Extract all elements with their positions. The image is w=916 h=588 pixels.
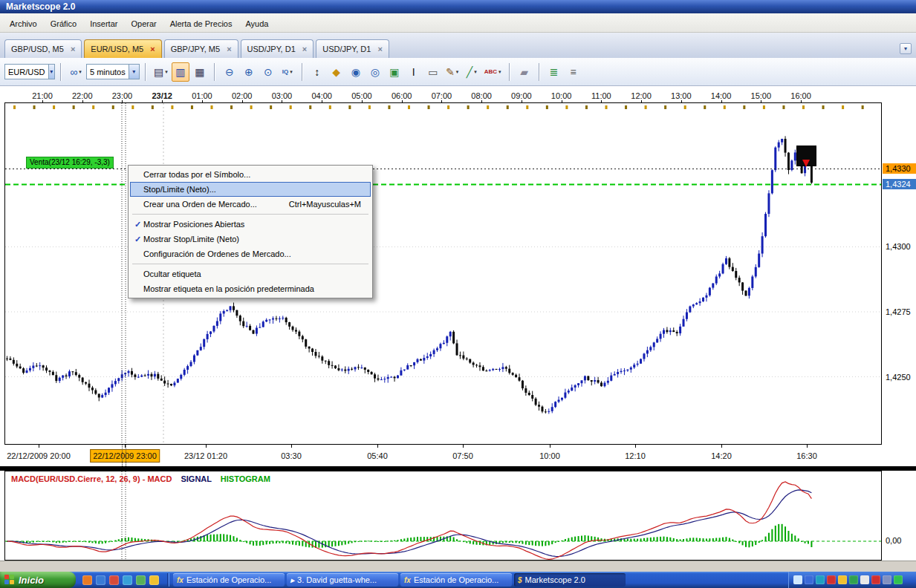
- timeframe-combo-value: 5 minutos: [87, 68, 129, 76]
- tab-close-icon[interactable]: ×: [302, 45, 307, 53]
- taskbar-task-estacion-de-operacio[interactable]: fxEstación de Operacio...: [173, 573, 285, 587]
- tray-icon-6[interactable]: [849, 575, 858, 584]
- time-tick-label: 15:00: [751, 91, 772, 100]
- link-tool-button[interactable]: ∞▾: [67, 62, 85, 82]
- table-view-button[interactable]: ▦: [191, 62, 209, 82]
- context-menu-item-configuracion-de-ordenes-de-mercado[interactable]: Configuración de Ordenes de Mercado...: [130, 246, 371, 261]
- quick-launch-icon-3[interactable]: [109, 575, 119, 585]
- tab-close-icon[interactable]: ×: [377, 45, 382, 53]
- line-tool-button-icon: ✎: [446, 67, 455, 77]
- zoom-options-button-icon: IQ: [282, 69, 288, 75]
- shapes-tool-button-icon: ╱: [467, 67, 472, 77]
- text-label-button[interactable]: ABC▾: [482, 62, 504, 82]
- tab-label: GBP/JPY, M5: [171, 45, 220, 53]
- taskbar-task-estacion-de-operacio[interactable]: fxEstación de Operacio...: [400, 573, 512, 587]
- menu-shortcut: Ctrl+Mayusculas+M: [289, 200, 368, 209]
- context-menu-item-mostrar-stop-limite-neto[interactable]: ✓Mostrar Stop/Limite (Neto): [130, 232, 371, 246]
- tab-usd-jpy-d1[interactable]: USD/JPY, D1×: [241, 39, 314, 58]
- toolbar: EUR/USD▾∞▾5 minutos▾▤▾▥▦⊖⊕⊙IQ▾↕◆◉◎▣I▭✎▾╱…: [0, 58, 916, 86]
- tray-icon-9[interactable]: [883, 575, 891, 584]
- context-menu-item-stop-limite-neto[interactable]: Stop/Limite (Neto)...: [130, 182, 371, 197]
- dropdown-arrow-icon[interactable]: ▾: [48, 65, 54, 79]
- context-menu-item-cerrar-todas-por-el-simbolo[interactable]: Cerrar todas por el Símbolo...: [130, 167, 371, 182]
- tab-gbp-jpy-m5[interactable]: GBP/JPY, M5×: [164, 39, 238, 58]
- taskbar: Inicio fxEstación de Operacio...▸3. Davi…: [0, 572, 916, 588]
- toolbar-separator: [302, 63, 303, 81]
- line-tool-button[interactable]: ✎▾: [444, 62, 461, 82]
- tab-eur-usd-m5[interactable]: EUR/USD, M5×: [84, 39, 161, 58]
- context-menu-item-mostrar-etiqueta-en-la-posicion-predeterminada[interactable]: Mostrar etiqueta en la posición predeter…: [130, 281, 371, 296]
- vertical-cursor-button-icon: ↕: [314, 67, 319, 77]
- macd-pane[interactable]: MACD(EUR/USD.Cierre, 12, 26, 9) - MACD S…: [4, 471, 882, 561]
- layout-button[interactable]: ≣: [545, 62, 563, 82]
- menu-alerta-de-precios[interactable]: Alerta de Precios: [163, 16, 239, 31]
- tab-close-icon[interactable]: ×: [150, 45, 155, 53]
- quick-launch-icon-1[interactable]: [82, 575, 92, 585]
- tab-close-icon[interactable]: ×: [227, 45, 231, 53]
- quick-launch-icon-4[interactable]: [123, 575, 132, 585]
- tray-icon-10[interactable]: [894, 575, 903, 584]
- vertical-cursor-button[interactable]: ↕: [308, 62, 326, 82]
- time-tick-label: 21:00: [32, 91, 53, 100]
- table-view-button-icon: ▦: [195, 67, 204, 77]
- application-window: Marketscope 2.0 ArchivoGráficoInsertarOp…: [0, 0, 916, 588]
- start-button-label: Inicio: [19, 575, 44, 586]
- sync-button-icon: ◎: [371, 67, 380, 77]
- open-position-label[interactable]: Venta(23/12 16:29, -3,3): [26, 157, 114, 169]
- symbol-combo[interactable]: EUR/USD▾: [4, 64, 55, 79]
- timeframe-combo[interactable]: 5 minutos▾: [86, 64, 140, 79]
- tab-usd-jpy-d1[interactable]: USD/JPY, D1×: [316, 39, 389, 58]
- taskbar-task-3-david-guetta-whe[interactable]: ▸3. David guetta-whe...: [287, 573, 398, 587]
- ruler-button[interactable]: ▭: [424, 62, 442, 82]
- tab-scroll-button[interactable]: ▾: [900, 43, 912, 54]
- image-button[interactable]: ▣: [386, 62, 403, 82]
- context-menu-item-crear-una-orden-de-mercado[interactable]: Crear una Orden de Mercado...Ctrl+Mayusc…: [130, 197, 371, 212]
- zoom-out-button[interactable]: ⊖: [221, 62, 238, 82]
- tab-gbp-usd-m5[interactable]: GBP/USD, M5×: [4, 39, 82, 58]
- tray-icon-5[interactable]: [838, 575, 847, 584]
- text-cursor-button[interactable]: I: [405, 62, 423, 82]
- taskbar-task-marketscope-2-0[interactable]: $Marketscope 2.0: [514, 573, 626, 587]
- time-axis-label: 14:20: [711, 451, 732, 460]
- chart-type-menu-button-icon: ▤: [154, 67, 163, 77]
- tray-icon-2[interactable]: [805, 575, 813, 584]
- eraser-button[interactable]: ▰: [516, 62, 533, 82]
- web-button-icon: ◉: [351, 67, 360, 77]
- menu-operar[interactable]: Operar: [124, 16, 163, 31]
- time-tick-label: 13:00: [671, 91, 692, 100]
- tray-icon-7[interactable]: [860, 575, 869, 584]
- context-menu-item-ocultar-etiqueta[interactable]: Ocultar etiqueta: [130, 267, 371, 281]
- candlestick-view-button[interactable]: ▥: [172, 62, 189, 82]
- quick-launch-icon-2[interactable]: [96, 575, 105, 585]
- zoom-in-button[interactable]: ⊕: [240, 62, 258, 82]
- web-button[interactable]: ◉: [347, 62, 365, 82]
- quick-launch-icon-5[interactable]: [136, 575, 146, 585]
- price-axis[interactable]: 1,43301,43241,43001,42751,4250: [883, 102, 916, 445]
- tray-icon-8[interactable]: [871, 575, 880, 584]
- time-tick-label: 01:00: [192, 91, 212, 100]
- tab-label: USD/JPY, D1: [247, 45, 296, 53]
- time-tick-label: 08:00: [471, 91, 492, 100]
- start-button[interactable]: Inicio: [0, 572, 76, 588]
- dropdown-arrow-icon[interactable]: ▾: [129, 65, 139, 79]
- title-bar[interactable]: Marketscope 2.0: [0, 0, 916, 13]
- list-button[interactable]: ≡: [565, 62, 582, 82]
- macd-chart-svg[interactable]: [5, 471, 881, 560]
- magnet-button[interactable]: ◆: [328, 62, 345, 82]
- chart-type-menu-button[interactable]: ▤▾: [152, 62, 170, 82]
- tray-icon-4[interactable]: [827, 575, 836, 584]
- tray-icon-3[interactable]: [816, 575, 825, 584]
- zoom-options-button[interactable]: IQ▾: [279, 62, 296, 82]
- time-axis-label: 07:50: [452, 451, 473, 460]
- tray-icon-1[interactable]: [793, 575, 802, 584]
- menu-archivo[interactable]: Archivo: [3, 16, 44, 31]
- menu-ayuda[interactable]: Ayuda: [238, 16, 275, 31]
- shapes-tool-button[interactable]: ╱▾: [463, 62, 481, 82]
- menu-grafico[interactable]: Gráfico: [44, 16, 83, 31]
- zoom-area-button[interactable]: ⊙: [259, 62, 277, 82]
- quick-launch-icon-6[interactable]: [149, 575, 159, 585]
- sync-button[interactable]: ◎: [366, 62, 384, 82]
- context-menu-item-mostrar-posiciones-abiertas[interactable]: ✓Mostrar Posiciones Abiertas: [130, 217, 371, 232]
- menu-insertar[interactable]: Insertar: [83, 16, 124, 31]
- tab-close-icon[interactable]: ×: [71, 45, 75, 53]
